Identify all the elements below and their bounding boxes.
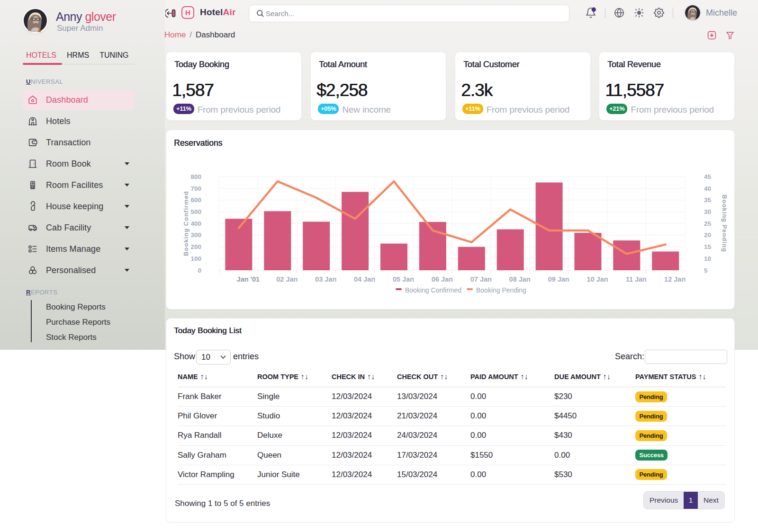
svg-text:05 Jan: 05 Jan xyxy=(393,275,414,283)
svg-text:Booking Pending: Booking Pending xyxy=(721,195,728,252)
svg-text:08 Jan: 08 Jan xyxy=(509,275,531,283)
svg-text:12 Jan: 12 Jan xyxy=(664,275,686,283)
svg-text:03 Jan: 03 Jan xyxy=(315,275,336,283)
svg-text:10: 10 xyxy=(704,255,711,262)
svg-text:45: 45 xyxy=(704,173,712,180)
svg-text:400: 400 xyxy=(190,220,201,227)
svg-text:700: 700 xyxy=(190,185,201,192)
svg-text:30: 30 xyxy=(704,208,711,215)
svg-text:20: 20 xyxy=(704,231,711,239)
svg-text:Booking Confirmed: Booking Confirmed xyxy=(405,286,461,294)
svg-text:Booking Confirmed: Booking Confirmed xyxy=(182,191,190,256)
svg-text:06 Jan: 06 Jan xyxy=(432,275,453,283)
svg-text:07 Jan: 07 Jan xyxy=(470,275,492,283)
svg-text:11 Jan: 11 Jan xyxy=(626,275,647,283)
svg-text:40: 40 xyxy=(704,185,711,192)
svg-text:0: 0 xyxy=(198,267,201,274)
svg-text:09 Jan: 09 Jan xyxy=(548,275,569,283)
svg-text:25: 25 xyxy=(704,220,712,227)
svg-text:200: 200 xyxy=(190,243,201,250)
svg-text:300: 300 xyxy=(190,231,201,239)
svg-text:Booking Pending: Booking Pending xyxy=(476,286,526,294)
svg-text:35: 35 xyxy=(704,196,712,204)
svg-text:Jan '01: Jan '01 xyxy=(237,275,260,283)
svg-text:15: 15 xyxy=(704,243,712,250)
svg-text:04 Jan: 04 Jan xyxy=(354,275,375,283)
svg-text:5: 5 xyxy=(704,267,708,274)
svg-text:500: 500 xyxy=(190,208,201,215)
svg-text:02 Jan: 02 Jan xyxy=(276,275,298,283)
svg-text:800: 800 xyxy=(190,173,201,180)
svg-text:600: 600 xyxy=(190,196,201,204)
svg-text:100: 100 xyxy=(190,255,201,262)
svg-text:10 Jan: 10 Jan xyxy=(587,275,608,283)
